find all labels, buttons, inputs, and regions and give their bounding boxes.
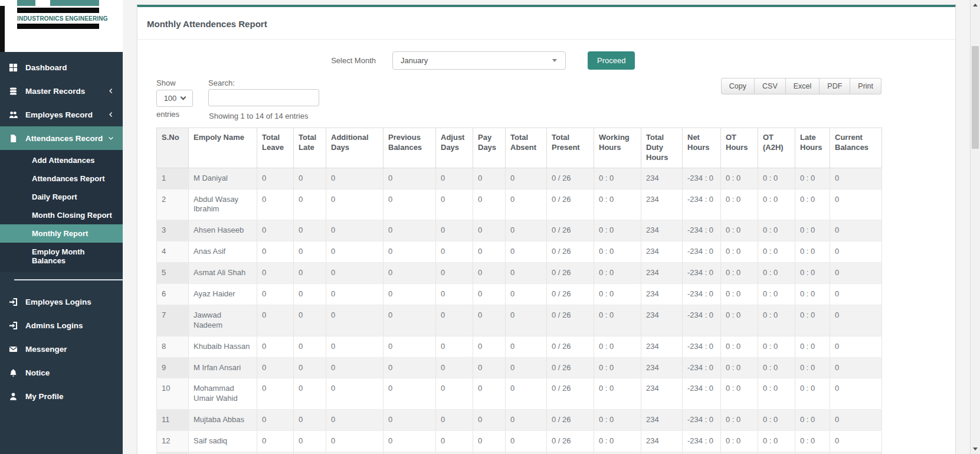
sidebar-item-dashboard[interactable]: Dashboard — [0, 55, 123, 79]
table-cell: 0 — [830, 357, 882, 378]
table-cell: 0 — [473, 410, 506, 431]
table-cell: 0 — [294, 263, 326, 284]
table-cell: 0 — [473, 357, 506, 378]
table-cell: 0 : 0 — [594, 220, 641, 241]
sidebar-item-my-profile[interactable]: My Profile — [0, 384, 123, 408]
sidebar-subitem-monthly-report[interactable]: Monthly Report — [0, 224, 123, 243]
sidebar-item-admins-logins[interactable]: Admins Logins — [0, 313, 123, 337]
column-header-current-balances[interactable]: Current Balances — [830, 128, 882, 168]
cell-employee-name: Anas Asif — [189, 241, 257, 263]
column-header-total-leave[interactable]: Total Leave — [257, 128, 294, 168]
column-header-working-hours[interactable]: Working Hours — [594, 128, 641, 168]
table-cell — [157, 452, 189, 454]
table-cell: 0 — [326, 168, 384, 189]
column-header-previous-balances[interactable]: Previous Balances — [384, 128, 436, 168]
table-cell: 0 : 0 — [758, 357, 795, 378]
column-header-adjust-days[interactable]: Adjust Days — [436, 128, 473, 168]
bell-icon — [9, 368, 19, 377]
export-pdf-button[interactable]: PDF — [820, 78, 850, 94]
table-cell: 0 : 0 — [721, 241, 758, 263]
sidebar-item-employes-record[interactable]: Employes Record — [0, 103, 123, 126]
column-header-pay-days[interactable]: Pay Days — [473, 128, 506, 168]
table-cell: 0 — [294, 431, 326, 452]
proceed-button[interactable]: Proceed — [588, 51, 635, 70]
column-header-empoly-name[interactable]: Empoly Name — [189, 128, 257, 168]
table-cell: 0 — [830, 431, 882, 452]
column-header-total-duty-hours[interactable]: Total Duty Hours — [641, 128, 683, 168]
show-label: Show — [156, 79, 176, 87]
column-header-ot-hours[interactable]: OT Hours — [721, 128, 758, 168]
table-cell: 0 — [436, 241, 473, 263]
sidebar-item-notice[interactable]: Notice — [0, 361, 123, 384]
cell-sno: 4 — [157, 241, 189, 263]
table-cell: 0 — [830, 220, 882, 241]
cell-sno: 12 — [157, 431, 189, 452]
sidebar-logo-area: INDUSTRONICS ENGINEERING — [0, 0, 123, 52]
table-cell: 0 — [294, 241, 326, 263]
table-cell: 0 : 0 — [758, 336, 795, 357]
table-cell: 0 — [436, 431, 473, 452]
table-cell: 0 — [294, 357, 326, 378]
table-cell: 0 / 26 — [547, 431, 594, 452]
column-header-total-present[interactable]: Total Present — [547, 128, 594, 168]
export-csv-button[interactable]: CSV — [755, 78, 786, 94]
scroll-down-button[interactable] — [971, 444, 980, 454]
table-cell: 0 — [473, 241, 506, 263]
column-header-additional-days[interactable]: Additional Days — [326, 128, 384, 168]
sidebar-subitem-attendances-report[interactable]: Attendances Report — [0, 169, 123, 188]
export-print-button[interactable]: Print — [850, 78, 881, 94]
column-header-s-no[interactable]: S.No — [157, 128, 189, 168]
table-cell: 0 : 0 — [594, 189, 641, 220]
users-icon — [9, 110, 19, 119]
scroll-up-button[interactable] — [971, 0, 980, 10]
cell-sno: 2 — [157, 189, 189, 220]
table-cell: 0 : 0 — [758, 168, 795, 189]
sidebar-item-employes-logins[interactable]: Employes Logins — [0, 290, 123, 313]
cell-employee-name: Ayaz Haider — [189, 284, 257, 305]
table-cell: 0 — [326, 336, 384, 357]
sidebar-subitem-employ-month-balances[interactable]: Employ Month Balances — [0, 243, 123, 270]
table-cell: 0 — [257, 189, 294, 220]
table-cell: 0 — [384, 189, 436, 220]
sidebar-item-messenger[interactable]: Messenger — [0, 337, 123, 361]
table-cell: 0 — [506, 168, 547, 189]
month-select[interactable]: January — [392, 51, 566, 70]
sidebar-subitem-add-attendances[interactable]: Add Attendances — [0, 151, 123, 169]
table-cell: -234 : 0 — [683, 378, 721, 410]
search-input[interactable] — [208, 89, 319, 106]
column-header-ot-a2h[interactable]: OT (A2H) — [758, 128, 795, 168]
export-copy-button[interactable]: Copy — [721, 78, 755, 94]
table-cell: 0 : 0 — [758, 378, 795, 410]
table-cell: 0 — [436, 168, 473, 189]
sidebar-subitem-month-closing-report[interactable]: Month Closing Report — [0, 206, 123, 224]
month-select-value: January — [401, 56, 428, 65]
table-cell: 0 : 0 — [795, 305, 830, 336]
chevron-left-icon — [108, 88, 114, 94]
sidebar-item-label: Admins Logins — [25, 321, 83, 330]
column-header-net-hours[interactable]: Net Hours — [683, 128, 721, 168]
sidebar-item-master-records[interactable]: Master Records — [0, 79, 123, 103]
sidebar-item-attendances-record[interactable]: Attendances Record — [0, 126, 123, 150]
sidebar-submenu: Add AttendancesAttendances ReportDaily R… — [0, 150, 123, 272]
export-excel-button[interactable]: Excel — [786, 78, 820, 94]
table-cell: 0 : 0 — [594, 378, 641, 410]
table-cell: 0 : 0 — [795, 189, 830, 220]
table-cell: 0 — [384, 168, 436, 189]
page-length-select[interactable]: 100 — [156, 90, 193, 107]
sign-in-icon — [9, 321, 19, 330]
scrollbar-thumb[interactable] — [972, 46, 979, 149]
table-cell: 0 / 26 — [547, 410, 594, 431]
scrollbar[interactable] — [970, 0, 980, 454]
sidebar-item-label: Employes Record — [25, 110, 93, 119]
column-header-total-late[interactable]: Total Late — [294, 128, 326, 168]
table-cell: 0 — [506, 410, 547, 431]
column-header-late-hours[interactable]: Late Hours — [795, 128, 830, 168]
table-cell: 0 : 0 — [758, 220, 795, 241]
sidebar-subitem-daily-report[interactable]: Daily Report — [0, 188, 123, 206]
table-cell: 0 : 0 — [721, 357, 758, 378]
cell-sno: 11 — [157, 410, 189, 431]
table-cell: 0 : 0 — [721, 284, 758, 305]
column-header-total-absent[interactable]: Total Absent — [506, 128, 547, 168]
table-cell: 0 — [830, 263, 882, 284]
table-cell: 0 — [326, 263, 384, 284]
